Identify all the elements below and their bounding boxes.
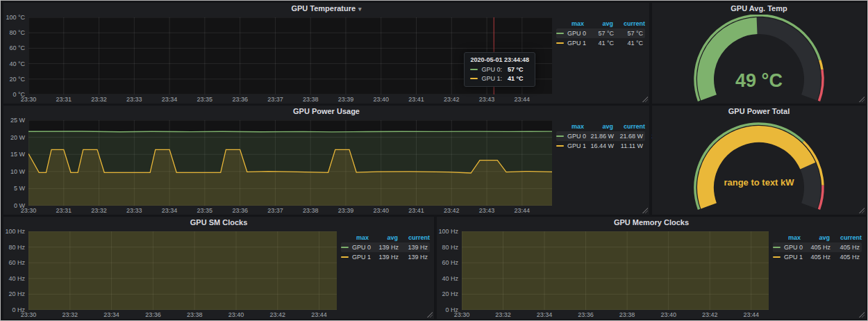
x-axis: 23:3023:3123:3223:3323:3423:3523:3623:37… bbox=[28, 94, 552, 104]
panel-resize-handle[interactable] bbox=[858, 311, 865, 318]
panel-title-gpu-memory-clocks[interactable]: GPU Memory Clocks bbox=[437, 217, 866, 229]
panel-title-gpu-power-usage[interactable]: GPU Power Usage bbox=[3, 106, 649, 117]
x-tick-label: 23:42 bbox=[444, 96, 460, 103]
legend-header-row: maxavgcurrent bbox=[556, 122, 645, 131]
y-tick-label: 60 Hz bbox=[442, 259, 458, 266]
legend-header-max[interactable]: max bbox=[773, 234, 802, 241]
x-tick-label: 23:43 bbox=[479, 207, 495, 214]
y-tick-label: 5 W bbox=[14, 185, 25, 192]
legend-series-name[interactable]: GPU 0 bbox=[341, 244, 371, 251]
tooltip-row: GPU 1:41 °C bbox=[470, 74, 529, 83]
chart-plot-area[interactable] bbox=[28, 120, 552, 206]
series-color-dash bbox=[470, 78, 478, 79]
legend-row-gpu-1[interactable]: GPU 1139 Hz139 Hz139 Hz bbox=[341, 252, 430, 262]
panel-title-gpu-sm-clocks[interactable]: GPU SM Clocks bbox=[3, 217, 434, 229]
legend-header-avg[interactable]: avg bbox=[585, 123, 615, 130]
series-color-dash bbox=[341, 256, 349, 258]
legend-series-name[interactable]: GPU 0 bbox=[773, 244, 803, 251]
chart-plot-area[interactable]: 2020-05-01 23:44:48 GPU 0:57 °C GPU 1:41… bbox=[28, 17, 552, 94]
x-tick-label: 23:41 bbox=[408, 96, 424, 103]
panel-gpu-memory-clocks: GPU Memory Clocks 100 Hz80 Hz60 Hz40 Hz2… bbox=[437, 217, 866, 319]
gauge-value: range to text kW bbox=[652, 177, 866, 188]
chart-canvas bbox=[28, 231, 337, 310]
grafana-dashboard: GPU Temperature▾ 100 °C80 °C60 °C40 °C20… bbox=[0, 0, 868, 321]
legend-header-max[interactable]: max bbox=[341, 234, 370, 241]
legend-avg-value: 139 Hz bbox=[400, 254, 429, 261]
legend-header-current[interactable]: current bbox=[831, 234, 863, 241]
panel-title-text: GPU Power Total bbox=[728, 107, 790, 115]
legend-max-value: 405 Hz bbox=[803, 244, 832, 251]
chart-plot-area[interactable] bbox=[462, 231, 769, 310]
legend-row-gpu-0[interactable]: GPU 0405 Hz405 Hz405 Hz bbox=[773, 242, 862, 252]
legend-header-row: maxavgcurrent bbox=[773, 233, 862, 242]
legend-header-row: maxavgcurrent bbox=[556, 19, 645, 28]
panel-resize-handle[interactable] bbox=[642, 96, 648, 102]
y-axis: 25 W20 W15 W10 W5 W0 W bbox=[3, 120, 28, 215]
legend-header-avg[interactable]: avg bbox=[370, 234, 399, 241]
legend-series-name[interactable]: GPU 1 bbox=[773, 254, 803, 261]
legend-max-value: 41 °C bbox=[586, 40, 615, 47]
legend-header-current[interactable]: current bbox=[615, 123, 646, 130]
x-tick-label: 23:31 bbox=[56, 207, 72, 214]
legend-row-gpu-1[interactable]: GPU 1405 Hz405 Hz405 Hz bbox=[773, 252, 862, 262]
panel-resize-handle[interactable] bbox=[858, 207, 865, 213]
legend-row-gpu-0[interactable]: GPU 057 °C57 °C57 °C bbox=[556, 28, 645, 38]
panel-title-gpu-temperature[interactable]: GPU Temperature▾ bbox=[3, 3, 649, 15]
x-tick-label: 23:42 bbox=[270, 311, 286, 318]
panel-gpu-sm-clocks: GPU SM Clocks 100 Hz80 Hz60 Hz40 Hz20 Hz… bbox=[3, 217, 434, 319]
legend-header-max[interactable]: max bbox=[556, 20, 585, 27]
panel-title-gpu-avg-temp[interactable]: GPU Avg. Temp bbox=[652, 3, 866, 15]
x-tick-label: 23:38 bbox=[303, 207, 319, 214]
legend-series-name[interactable]: GPU 0 bbox=[556, 133, 586, 140]
chevron-down-icon: ▾ bbox=[358, 6, 362, 13]
legend-row-gpu-1[interactable]: GPU 116.44 W11.11 W9.79 W bbox=[556, 141, 645, 151]
legend-series-name[interactable]: GPU 0 bbox=[556, 30, 586, 37]
legend-avg-value: 11.11 W bbox=[615, 142, 644, 149]
panel-resize-handle[interactable] bbox=[642, 207, 648, 213]
series-color-dash bbox=[556, 42, 564, 44]
panel-resize-handle[interactable] bbox=[858, 96, 865, 102]
x-tick-label: 23:32 bbox=[495, 311, 511, 318]
legend: maxavgcurrentGPU 0139 Hz139 Hz139 HzGPU … bbox=[337, 231, 431, 319]
x-tick-label: 23:36 bbox=[232, 96, 248, 103]
legend-row-gpu-0[interactable]: GPU 0139 Hz139 Hz139 Hz bbox=[341, 242, 430, 252]
legend-avg-value: 405 Hz bbox=[832, 244, 861, 251]
y-tick-label: 20 W bbox=[10, 134, 25, 141]
legend-header-max[interactable]: max bbox=[556, 123, 585, 130]
panel-title-text: GPU Power Usage bbox=[293, 107, 360, 115]
x-tick-label: 23:35 bbox=[197, 96, 213, 103]
legend-header-avg[interactable]: avg bbox=[802, 234, 831, 241]
legend-header-avg[interactable]: avg bbox=[585, 20, 615, 27]
y-tick-label: 15 W bbox=[10, 151, 25, 158]
panel-title-text: GPU Temperature bbox=[291, 4, 356, 13]
panel-resize-handle[interactable] bbox=[426, 311, 433, 318]
series-color-dash bbox=[556, 33, 564, 34]
y-tick-label: 80 Hz bbox=[442, 244, 458, 251]
gauge-arc bbox=[652, 117, 866, 215]
legend-series-name[interactable]: GPU 1 bbox=[556, 142, 586, 149]
legend-max-value: 21.86 W bbox=[586, 133, 615, 140]
x-tick-label: 23:31 bbox=[56, 96, 72, 103]
tooltip-series-label: GPU 0: bbox=[481, 66, 502, 73]
series-color-dash bbox=[773, 256, 781, 258]
chart-plot-area[interactable] bbox=[28, 231, 337, 310]
legend-header-current[interactable]: current bbox=[615, 20, 646, 27]
panel-gpu-power-total: GPU Power Total range to text kW bbox=[652, 106, 866, 215]
y-tick-label: 40 Hz bbox=[8, 275, 25, 282]
x-tick-label: 23:40 bbox=[660, 311, 676, 318]
x-tick-label: 23:44 bbox=[743, 311, 759, 318]
x-tick-label: 23:32 bbox=[62, 311, 78, 318]
legend-row-gpu-0[interactable]: GPU 021.86 W21.68 W21.77 W bbox=[556, 131, 645, 141]
legend-series-name[interactable]: GPU 1 bbox=[341, 254, 371, 261]
legend-header-current[interactable]: current bbox=[399, 234, 431, 241]
panel-title-gpu-power-total[interactable]: GPU Power Total bbox=[652, 106, 866, 117]
legend-max-value: 16.44 W bbox=[586, 142, 615, 149]
x-tick-label: 23:40 bbox=[373, 96, 389, 103]
legend-row-gpu-1[interactable]: GPU 141 °C41 °C41 °C bbox=[556, 38, 645, 48]
tooltip: 2020-05-01 23:44:48 GPU 0:57 °C GPU 1:41… bbox=[464, 52, 535, 87]
legend: maxavgcurrentGPU 057 °C57 °C57 °CGPU 141… bbox=[552, 17, 646, 104]
y-tick-label: 20 Hz bbox=[8, 290, 25, 297]
x-tick-label: 23:36 bbox=[145, 311, 161, 318]
x-tick-label: 23:32 bbox=[91, 96, 107, 103]
legend-series-name[interactable]: GPU 1 bbox=[556, 40, 586, 47]
